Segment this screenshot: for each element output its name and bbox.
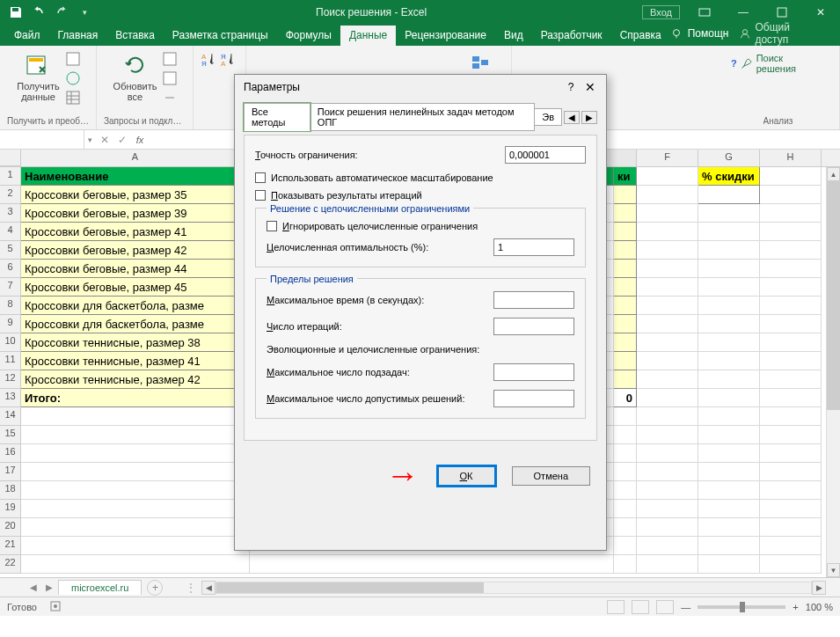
cell[interactable] (21, 426, 250, 444)
cell[interactable] (614, 518, 637, 537)
cell[interactable] (698, 370, 760, 389)
cell[interactable] (698, 315, 760, 333)
tab-file[interactable]: Файл (5, 26, 49, 46)
row-header[interactable]: 20 (0, 518, 21, 537)
cell[interactable] (698, 389, 760, 407)
cell[interactable]: ки (614, 167, 637, 186)
cell[interactable] (760, 315, 822, 333)
page-layout-view-icon[interactable] (632, 600, 649, 614)
cancel-button[interactable]: Отмена (512, 466, 590, 486)
row-header[interactable]: 17 (0, 463, 21, 481)
cell[interactable] (760, 555, 822, 574)
dialog-close-icon[interactable]: ✕ (580, 80, 601, 94)
row-header[interactable]: 11 (0, 352, 21, 370)
cell[interactable] (760, 278, 822, 297)
tab-developer[interactable]: Разработчик (532, 26, 611, 46)
cell[interactable] (698, 407, 760, 426)
cell-total-value[interactable]: 0 (614, 389, 637, 407)
queries-icon[interactable] (161, 50, 179, 68)
scroll-up-icon[interactable]: ▲ (827, 167, 840, 181)
sort-za-icon[interactable]: ЯА (219, 50, 237, 68)
cell[interactable] (637, 204, 698, 223)
tab-formulas[interactable]: Формулы (277, 26, 340, 46)
cell[interactable] (698, 260, 760, 278)
undo-icon[interactable] (32, 5, 46, 19)
cell[interactable] (760, 186, 822, 204)
cell[interactable] (637, 426, 698, 444)
properties-icon[interactable] (161, 70, 179, 87)
cell[interactable] (637, 186, 698, 204)
page-break-view-icon[interactable] (656, 600, 674, 614)
row-header[interactable]: 10 (0, 333, 21, 352)
cell[interactable] (637, 370, 698, 389)
auto-scale-checkbox[interactable]: Использовать автоматическое масштабирова… (255, 172, 586, 183)
cell[interactable] (614, 352, 637, 370)
from-web-icon[interactable] (64, 70, 82, 87)
tell-me-label[interactable]: Помощн (688, 27, 729, 40)
row-header[interactable]: 13 (0, 389, 21, 407)
cell[interactable] (614, 204, 637, 223)
cell[interactable] (760, 537, 822, 555)
qat-customize-icon[interactable]: ▾ (77, 5, 91, 19)
cell[interactable] (21, 500, 250, 518)
save-icon[interactable] (9, 5, 23, 19)
cell[interactable] (637, 407, 698, 426)
redo-icon[interactable] (55, 5, 69, 19)
cell-name[interactable]: Кроссовки теннисные, размер 42 (21, 370, 250, 389)
tab-data[interactable]: Данные (340, 26, 396, 46)
cell[interactable] (760, 167, 822, 186)
cell[interactable] (614, 186, 637, 204)
col-header-G[interactable]: G (698, 150, 760, 166)
scroll-down-icon[interactable]: ▼ (827, 563, 840, 577)
row-header[interactable]: 5 (0, 241, 21, 260)
header-discount[interactable]: % скидки (698, 167, 760, 186)
cell[interactable] (614, 241, 637, 260)
cell[interactable] (21, 481, 250, 500)
normal-view-icon[interactable] (607, 600, 625, 614)
from-text-icon[interactable] (64, 50, 82, 68)
max-time-input[interactable] (493, 291, 574, 309)
cell[interactable] (760, 481, 822, 500)
max-sub-input[interactable] (493, 363, 574, 381)
cell[interactable] (760, 204, 822, 223)
cell[interactable] (637, 167, 698, 186)
cell[interactable] (698, 555, 760, 574)
cell[interactable] (698, 241, 760, 260)
cell[interactable] (698, 297, 760, 315)
int-opt-input[interactable] (493, 238, 574, 256)
cell[interactable] (637, 463, 698, 481)
hscroll-thumb[interactable] (216, 582, 484, 593)
row-header[interactable]: 22 (0, 555, 21, 574)
tab-help[interactable]: Справка (611, 26, 670, 46)
cell-name[interactable]: Кроссовки беговые, размер 44 (21, 260, 250, 278)
cell[interactable] (614, 333, 637, 352)
row-header[interactable]: 15 (0, 426, 21, 444)
cell[interactable] (614, 278, 637, 297)
cell[interactable] (760, 518, 822, 537)
cell[interactable] (21, 518, 250, 537)
edit-links-icon[interactable] (161, 89, 179, 106)
row-header[interactable]: 14 (0, 407, 21, 426)
tab-layout[interactable]: Разметка страницы (164, 26, 277, 46)
cell[interactable] (637, 260, 698, 278)
cell-name[interactable]: Кроссовки для баскетбола, разме (21, 315, 250, 333)
show-iterations-checkbox[interactable]: Показывать результаты итераций (255, 190, 586, 201)
cell[interactable] (760, 444, 822, 463)
cell[interactable] (614, 500, 637, 518)
row-header[interactable]: 7 (0, 278, 21, 297)
header-name[interactable]: Наименование (21, 167, 250, 186)
cell[interactable] (614, 260, 637, 278)
cell[interactable] (698, 481, 760, 500)
cell-name[interactable]: Кроссовки беговые, размер 42 (21, 241, 250, 260)
cell[interactable] (698, 463, 760, 481)
cell[interactable] (637, 500, 698, 518)
cell[interactable] (637, 389, 698, 407)
cell[interactable] (637, 241, 698, 260)
tab-home[interactable]: Главная (49, 26, 107, 46)
dialog-tab-nonlinear[interactable]: Поиск решения нелинейных задач методом О… (310, 103, 535, 131)
enter-formula-icon[interactable]: ✓ (113, 131, 131, 149)
get-data-button[interactable]: Получить данные (13, 49, 62, 107)
select-all-corner[interactable] (0, 150, 21, 166)
zoom-in-icon[interactable]: + (793, 602, 798, 612)
ok-button[interactable]: ОК (437, 465, 496, 487)
